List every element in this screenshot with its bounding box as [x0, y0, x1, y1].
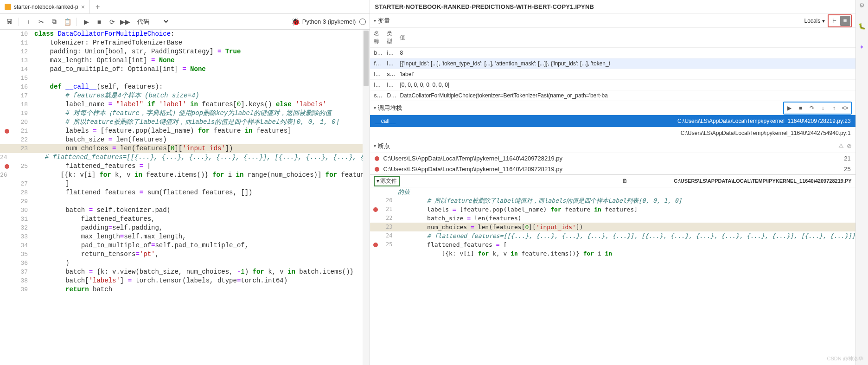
- variables-header[interactable]: ▾ 变量 Locals ▾ ⊩ ≡: [370, 14, 855, 28]
- terminate-button[interactable]: ■: [796, 103, 806, 113]
- variable-row[interactable]: label_namstr'label': [370, 69, 855, 80]
- source-line[interactable]: 21 labels = [feature.pop(label_name) for…: [370, 205, 855, 214]
- sparkle-icon[interactable]: ✦: [859, 44, 864, 51]
- code-line[interactable]: 25 flattened_features = [: [0, 162, 370, 171]
- breakpoint-row[interactable]: C:\Users\LS\AppData\Local\Temp\ipykernel…: [370, 164, 855, 174]
- code-line[interactable]: 23 num_choices = len(features[0]['input_…: [0, 144, 370, 153]
- bug-icon[interactable]: 🐞: [291, 17, 300, 26]
- code-line[interactable]: 31 flattened_features,: [0, 215, 370, 224]
- fast-forward-button[interactable]: ▶▶: [120, 16, 131, 27]
- breakpoints-header[interactable]: ▾ 断点 ⚠ ⊘: [370, 139, 855, 153]
- chevron-down-icon: ▾: [374, 18, 376, 23]
- add-cell-button[interactable]: +: [23, 16, 34, 27]
- cut-button[interactable]: ✂: [36, 16, 47, 27]
- callstack-header[interactable]: ▾ 调用堆栈 ▶ ■ ↷ ↓ ↑ <>: [370, 101, 855, 115]
- scope-select[interactable]: Locals ▾: [804, 18, 825, 24]
- bug-icon[interactable]: 🐛: [858, 23, 866, 30]
- source-line[interactable]: 23 num_choices = len(features[0]['input_…: [370, 223, 855, 231]
- variable-row[interactable]: featureslist[{'input_ids': [...], 'token…: [370, 58, 855, 69]
- callstack-list: __call__C:\Users\LS\AppData\Local\Temp\i…: [370, 115, 855, 139]
- editor-panel: starter-notebook-ranked-p × + 🖫 + ✂ ⧉ 📋 …: [0, 0, 370, 365]
- callstack-frame[interactable]: C:\Users\LS\AppData\Local\Temp\ipykernel…: [370, 127, 855, 139]
- breakpoint-icon[interactable]: [373, 243, 378, 247]
- code-line[interactable]: 37 batch = {k: v.view(batch_size, num_ch…: [0, 268, 370, 276]
- variables-table: 名称 类型 值 batch_sizeint8featureslist[{'inp…: [370, 28, 855, 101]
- evaluate-button[interactable]: <>: [840, 103, 850, 113]
- new-tab-button[interactable]: +: [90, 3, 105, 11]
- callstack-frame[interactable]: __call__C:\Users\LS\AppData\Local\Temp\i…: [370, 115, 855, 127]
- source-line[interactable]: [{k: v[i] for k, v in feature.items()} f…: [370, 249, 855, 258]
- code-line[interactable]: 11 tokenizer: PreTrainedTokenizerBase: [0, 38, 370, 47]
- breakpoints-label: 断点: [378, 142, 390, 150]
- circle-icon[interactable]: ⊘: [847, 142, 852, 149]
- code-line[interactable]: 21 labels = [feature.pop(label_name) for…: [0, 127, 370, 135]
- continue-button[interactable]: ▶: [785, 103, 795, 113]
- code-line[interactable]: 36 ): [0, 259, 370, 268]
- breakpoints-list: C:\Users\LS\AppData\Local\Temp\ipykernel…: [370, 153, 855, 174]
- close-icon[interactable]: ×: [81, 3, 85, 11]
- view-toggle-group: ⊩ ≡: [828, 14, 852, 27]
- code-line[interactable]: 27 ]: [0, 179, 370, 188]
- code-line[interactable]: 17 # features就是4个样本 (batch size=4): [0, 91, 370, 100]
- code-line[interactable]: 20 # 所以feature被删除了label键值对，而labels的值是四个样…: [0, 118, 370, 127]
- activity-bar: ⚙ 🐛 ✦: [855, 0, 868, 365]
- code-line[interactable]: 19 # 对每个样本（feature，字典格式）使用pop删除key为label…: [0, 109, 370, 118]
- step-out-button[interactable]: ↑: [829, 103, 839, 113]
- source-line[interactable]: 25 flattened_features = [: [370, 240, 855, 249]
- code-line[interactable]: 15: [0, 74, 370, 83]
- variable-row[interactable]: selfDataCollaDataCollatorForMultipleChoi…: [370, 90, 855, 101]
- notebook-tab[interactable]: starter-notebook-ranked-p ×: [0, 0, 90, 13]
- breakpoint-icon[interactable]: [373, 207, 378, 212]
- source-viewer[interactable]: 的值20 # 所以feature被删除了label键值对，而labels的值是四…: [370, 187, 855, 365]
- tree-view-button[interactable]: ⊩: [829, 16, 839, 26]
- file-icon: 🗎: [622, 178, 628, 184]
- breakpoint-icon[interactable]: [5, 129, 9, 134]
- scrollbar[interactable]: [363, 30, 370, 365]
- code-line[interactable]: 29: [0, 197, 370, 206]
- breakpoint-icon: [375, 156, 379, 161]
- code-line[interactable]: 16 def __call__(self, features):: [0, 83, 370, 91]
- variables-label: 变量: [378, 17, 390, 25]
- breakpoint-icon[interactable]: [5, 164, 9, 169]
- source-line[interactable]: 的值: [370, 187, 855, 196]
- stop-button[interactable]: ■: [94, 16, 105, 27]
- source-line[interactable]: 24 # flattened_features=[[{...}, {...}, …: [370, 231, 855, 240]
- step-in-button[interactable]: ↓: [818, 103, 828, 113]
- copy-button[interactable]: ⧉: [49, 16, 60, 27]
- code-line[interactable]: 22 batch_size = len(features): [0, 135, 370, 144]
- code-line[interactable]: 26 [{k: v[i] for k, v in feature.items()…: [0, 171, 370, 179]
- code-line[interactable]: 35 return_tensors='pt',: [0, 250, 370, 259]
- code-line[interactable]: 34 pad_to_multiple_of=self.pad_to_multip…: [0, 241, 370, 250]
- code-line[interactable]: 33 max_length=self.max_length,: [0, 232, 370, 241]
- code-line[interactable]: 12 padding: Union[bool, str, PaddingStra…: [0, 47, 370, 56]
- code-line[interactable]: 24 # flattened_features=[[{...}, {...}, …: [0, 153, 370, 162]
- run-button[interactable]: ▶: [81, 16, 92, 27]
- code-line[interactable]: 18 label_name = "label" if 'label' in fe…: [0, 100, 370, 109]
- warning-icon[interactable]: ⚠: [838, 142, 844, 149]
- code-line[interactable]: 10class DataCollatorForMultipleChoice:: [0, 30, 370, 38]
- source-line[interactable]: 20 # 所以feature被删除了label键值对，而labels的值是四个样…: [370, 196, 855, 205]
- source-label[interactable]: ▾ 源文件: [374, 176, 400, 186]
- code-line[interactable]: 39 return batch: [0, 285, 370, 294]
- variable-row[interactable]: labelslist[0, 0, 0, 0, 0, 0, 0, 0]: [370, 80, 855, 90]
- code-line[interactable]: 38 batch['labels'] = torch.tensor(labels…: [0, 276, 370, 285]
- code-editor[interactable]: 10class DataCollatorForMultipleChoice:11…: [0, 30, 370, 365]
- source-line[interactable]: 22 batch_size = len(features): [370, 214, 855, 223]
- code-line[interactable]: 13 max_length: Optional[int] = None: [0, 56, 370, 65]
- code-line[interactable]: 28 flattened_features = sum(flattened_fe…: [0, 188, 370, 197]
- variable-row[interactable]: batch_sizeint8: [370, 48, 855, 58]
- paste-button[interactable]: 📋: [62, 16, 73, 27]
- kernel-indicator[interactable]: Python 3 (ipykernel): [302, 18, 366, 25]
- code-line[interactable]: 30 batch = self.tokenizer.pad(: [0, 206, 370, 215]
- cell-type-select[interactable]: 代码: [133, 17, 170, 26]
- breakpoint-row[interactable]: C:\Users\LS\AppData\Local\Temp\ipykernel…: [370, 153, 855, 164]
- table-view-button[interactable]: ≡: [840, 16, 850, 26]
- code-line[interactable]: 14 pad_to_multiple_of: Optional[int] = N…: [0, 65, 370, 74]
- save-button[interactable]: 🖫: [4, 16, 15, 27]
- breakpoint-icon: [375, 167, 379, 172]
- tab-bar: starter-notebook-ranked-p × +: [0, 0, 370, 14]
- settings-icon[interactable]: ⚙: [859, 2, 865, 9]
- step-over-button[interactable]: ↷: [807, 103, 817, 113]
- code-line[interactable]: 32 padding=self.padding,: [0, 224, 370, 232]
- restart-button[interactable]: ⟳: [107, 16, 118, 27]
